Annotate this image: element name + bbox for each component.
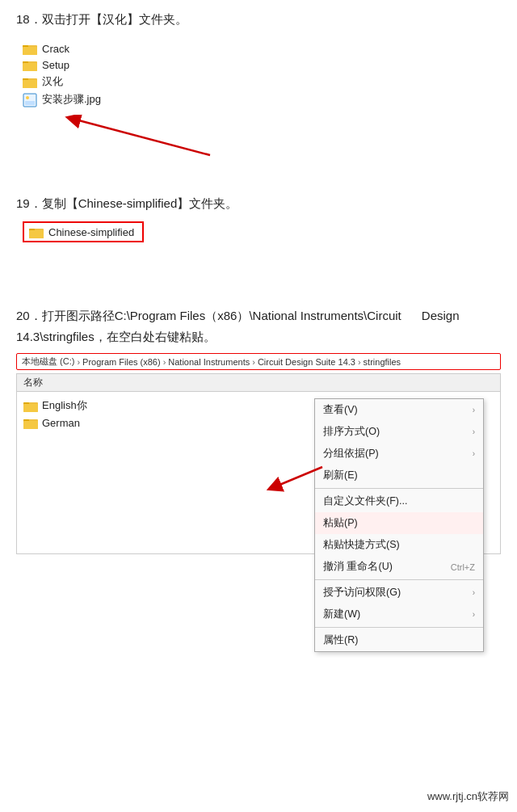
chevron-icon-view: › [473,406,475,414]
menu-sep-1 [315,488,483,489]
menu-item-view[interactable]: 查看(V) › [315,399,483,421]
path-local-disk: 本地磁盘 (C:) [22,356,74,368]
path-sep-2: › [163,357,166,367]
path-national: National Instruments [168,357,250,367]
path-sep-1: › [77,357,80,367]
file-item-jpg: 安装步骤.jpg [23,90,501,108]
folder-name-cs: Chinese-simplified [48,226,134,238]
section-20-text-part: 20．打开图示路径C:\Program Files（x86）\National … [16,309,460,343]
menu-item-refresh[interactable]: 刷新(E) [315,465,483,486]
svg-rect-2 [23,47,37,55]
menu-label-sort: 排序方式(O) [323,425,380,439]
menu-item-group[interactable]: 分组依据(P) › [315,443,483,465]
menu-item-properties[interactable]: 属性(R) [315,629,483,651]
svg-rect-19 [23,404,38,412]
menu-item-new[interactable]: 新建(W) › [315,604,483,625]
svg-rect-8 [23,80,37,88]
file-name-hanhua: 汉化 [42,74,63,89]
menu-item-access[interactable]: 授予访问权限(G) › [315,582,483,604]
menu-label-view: 查看(V) [323,403,358,417]
file-item-crack: Crack [23,40,501,57]
menu-label-undo: 撤消 重命名(U) [323,560,393,574]
menu-item-undo[interactable]: 撤消 重命名(U) Ctrl+Z [315,556,483,578]
path-circuit: Circuit Design Suite 14.3 [258,357,355,367]
folder-icon-setup [23,58,37,71]
page-content: 18．双击打开【汉化】文件夹。 Crack [0,0,517,577]
file-name-english: English你 [42,398,87,413]
file-name-setup: Setup [42,59,69,71]
shortcut-undo: Ctrl+Z [451,562,475,572]
svg-line-13 [73,119,210,155]
section-19: 19．复制【Chinese-simplified】文件夹。 Chinese-si… [16,194,501,242]
chevron-icon-access: › [473,588,475,597]
folder-chinese-simplified: Chinese-simplified [23,221,144,242]
svg-line-24 [274,467,322,487]
svg-rect-5 [23,63,37,71]
spacer-2 [16,257,501,281]
svg-rect-16 [29,230,44,238]
folder-icon-english [23,399,38,412]
spacer-1 [16,170,501,194]
menu-label-paste: 粘贴(P) [323,516,358,530]
watermark: www.rjtj.cn软荐网 [427,789,509,804]
explorer-header: 名称 [17,374,500,392]
menu-label-properties: 属性(R) [323,633,358,647]
explorer-files: English你 German [17,392,179,553]
section-19-title: 19．复制【Chinese-simplified】文件夹。 [16,194,501,213]
explorer-file-german: German [23,414,172,431]
file-list-18: Crack Setup [16,37,501,111]
menu-sep-3 [315,627,483,628]
section-18: 18．双击打开【汉化】文件夹。 Crack [16,10,501,155]
menu-arrow [266,463,330,495]
section-20-title: 20．打开图示路径C:\Program Files（x86）\National … [16,305,501,347]
col-header-name: 名称 [23,377,43,388]
path-bar: 本地磁盘 (C:) › Program Files (x86) › Nation… [16,353,501,370]
explorer-body: English你 German [17,392,500,553]
svg-rect-10 [25,101,35,105]
explorer-area: 名称 English你 [16,373,501,554]
file-item-hanhua: 汉化 [23,73,501,90]
svg-point-11 [26,96,29,99]
image-icon [23,93,37,106]
folder-highlighted-container: Chinese-simplified [16,221,501,242]
section-20: 20．打开图示路径C:\Program Files（x86）\National … [16,305,501,554]
menu-label-new: 新建(W) [323,608,360,621]
arrow-18 [48,115,226,163]
path-stringfiles: stringfiles [364,357,401,367]
menu-label-paste-shortcut: 粘贴快捷方式(S) [323,538,400,552]
path-program-files: Program Files (x86) [82,357,161,367]
folder-icon-hanhua [23,75,37,88]
path-sep-4: › [358,357,361,367]
path-sep-3: › [252,357,255,367]
folder-icon [23,42,37,55]
context-menu: 查看(V) › 排序方式(O) › 分组依据(P) › 刷新(E) [314,398,484,652]
svg-rect-22 [23,421,38,429]
menu-item-sort[interactable]: 排序方式(O) › [315,421,483,443]
folder-icon-german [23,416,38,429]
chevron-icon-group: › [473,449,475,458]
section-18-title: 18．双击打开【汉化】文件夹。 [16,10,501,29]
menu-label-custom: 自定义文件夹(F)... [323,494,407,508]
menu-label-group: 分组依据(P) [323,447,379,461]
file-name-german: German [42,417,80,429]
menu-item-paste-shortcut[interactable]: 粘贴快捷方式(S) [315,534,483,556]
menu-sep-2 [315,579,483,580]
explorer-file-english: English你 [23,397,172,414]
menu-item-custom[interactable]: 自定义文件夹(F)... [315,490,483,512]
file-name-crack: Crack [42,43,69,55]
chevron-icon-new: › [473,610,475,619]
chevron-icon-sort: › [473,427,475,436]
arrow-area-18 [48,115,501,155]
file-name-jpg: 安装步骤.jpg [42,92,101,107]
menu-item-paste[interactable]: 粘贴(P) [315,512,483,534]
file-item-setup: Setup [23,57,501,73]
menu-label-access: 授予访问权限(G) [323,586,401,600]
spacer-3 [16,281,501,305]
folder-icon-cs [29,225,44,238]
